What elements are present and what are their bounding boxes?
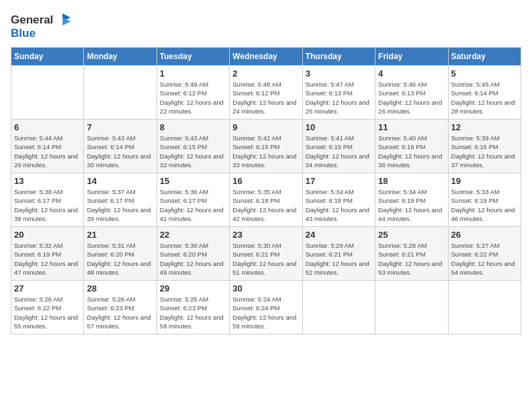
day-number: 27 bbox=[14, 283, 81, 293]
day-number: 23 bbox=[232, 230, 299, 240]
calendar-cell: 2Sunrise: 5:48 AMSunset: 6:12 PMDaylight… bbox=[230, 66, 302, 120]
calendar-cell: 23Sunrise: 5:30 AMSunset: 6:21 PMDayligh… bbox=[230, 227, 302, 281]
day-info: Sunrise: 5:28 AMSunset: 6:21 PMDaylight:… bbox=[378, 241, 445, 277]
day-number: 2 bbox=[232, 68, 299, 79]
day-info: Sunrise: 5:27 AMSunset: 6:22 PMDaylight:… bbox=[451, 241, 518, 277]
day-number: 13 bbox=[14, 176, 81, 186]
page-header: General Blue bbox=[11, 11, 521, 40]
calendar-cell: 8Sunrise: 5:43 AMSunset: 6:15 PMDaylight… bbox=[157, 120, 229, 173]
day-info: Sunrise: 5:34 AMSunset: 6:18 PMDaylight:… bbox=[306, 187, 372, 223]
calendar-cell: 19Sunrise: 5:33 AMSunset: 6:19 PMDayligh… bbox=[448, 173, 521, 227]
calendar-cell: 11Sunrise: 5:40 AMSunset: 6:16 PMDayligh… bbox=[375, 120, 448, 173]
day-info: Sunrise: 5:45 AMSunset: 6:14 PMDaylight:… bbox=[451, 80, 518, 116]
calendar-cell: 7Sunrise: 5:43 AMSunset: 6:14 PMDaylight… bbox=[84, 120, 157, 173]
day-number: 24 bbox=[306, 230, 372, 240]
day-info: Sunrise: 5:43 AMSunset: 6:14 PMDaylight:… bbox=[87, 134, 153, 169]
day-info: Sunrise: 5:26 AMSunset: 6:23 PMDaylight:… bbox=[87, 295, 153, 330]
day-number: 30 bbox=[232, 283, 299, 293]
day-info: Sunrise: 5:30 AMSunset: 6:21 PMDaylight:… bbox=[232, 241, 299, 277]
day-info: Sunrise: 5:31 AMSunset: 6:20 PMDaylight:… bbox=[87, 241, 153, 277]
logo-flag-icon bbox=[53, 11, 72, 30]
calendar-cell: 21Sunrise: 5:31 AMSunset: 6:20 PMDayligh… bbox=[84, 227, 157, 281]
logo-general-text: General bbox=[11, 13, 53, 27]
day-info: Sunrise: 5:46 AMSunset: 6:13 PMDaylight:… bbox=[378, 80, 445, 116]
calendar-cell: 18Sunrise: 5:34 AMSunset: 6:19 PMDayligh… bbox=[375, 173, 448, 227]
calendar-cell: 29Sunrise: 5:25 AMSunset: 6:23 PMDayligh… bbox=[157, 281, 229, 334]
day-info: Sunrise: 5:32 AMSunset: 6:19 PMDaylight:… bbox=[14, 241, 81, 277]
calendar-cell: 24Sunrise: 5:29 AMSunset: 6:21 PMDayligh… bbox=[302, 227, 375, 281]
day-info: Sunrise: 5:30 AMSunset: 6:20 PMDaylight:… bbox=[160, 241, 226, 277]
day-info: Sunrise: 5:33 AMSunset: 6:19 PMDaylight:… bbox=[451, 187, 518, 223]
calendar-cell: 5Sunrise: 5:45 AMSunset: 6:14 PMDaylight… bbox=[448, 66, 521, 120]
day-number: 21 bbox=[87, 230, 153, 240]
calendar-cell: 30Sunrise: 5:24 AMSunset: 6:24 PMDayligh… bbox=[230, 281, 302, 334]
day-number: 4 bbox=[378, 68, 445, 79]
calendar-cell: 13Sunrise: 5:38 AMSunset: 6:17 PMDayligh… bbox=[11, 173, 84, 227]
weekday-header: Thursday bbox=[302, 48, 375, 66]
calendar-cell: 10Sunrise: 5:41 AMSunset: 6:15 PMDayligh… bbox=[302, 120, 375, 173]
calendar-cell: 17Sunrise: 5:34 AMSunset: 6:18 PMDayligh… bbox=[302, 173, 375, 227]
day-info: Sunrise: 5:49 AMSunset: 6:12 PMDaylight:… bbox=[160, 80, 226, 116]
day-number: 7 bbox=[87, 122, 153, 132]
day-info: Sunrise: 5:44 AMSunset: 6:14 PMDaylight:… bbox=[14, 134, 81, 169]
day-info: Sunrise: 5:48 AMSunset: 6:12 PMDaylight:… bbox=[232, 80, 299, 116]
calendar-cell: 12Sunrise: 5:39 AMSunset: 6:16 PMDayligh… bbox=[448, 120, 521, 173]
day-number: 10 bbox=[306, 122, 372, 132]
calendar-cell bbox=[448, 281, 521, 334]
day-number: 3 bbox=[306, 68, 372, 79]
day-number: 5 bbox=[451, 68, 518, 79]
day-info: Sunrise: 5:38 AMSunset: 6:17 PMDaylight:… bbox=[14, 187, 81, 223]
day-number: 18 bbox=[378, 176, 445, 186]
day-number: 26 bbox=[451, 230, 518, 240]
weekday-header: Saturday bbox=[448, 48, 521, 66]
day-info: Sunrise: 5:29 AMSunset: 6:21 PMDaylight:… bbox=[306, 241, 372, 277]
day-number: 17 bbox=[306, 176, 372, 186]
calendar-week-row: 1Sunrise: 5:49 AMSunset: 6:12 PMDaylight… bbox=[11, 66, 521, 120]
day-info: Sunrise: 5:41 AMSunset: 6:15 PMDaylight:… bbox=[306, 134, 372, 169]
day-info: Sunrise: 5:37 AMSunset: 6:17 PMDaylight:… bbox=[87, 187, 153, 223]
day-number: 19 bbox=[451, 176, 518, 186]
day-number: 15 bbox=[160, 176, 226, 186]
calendar-cell: 14Sunrise: 5:37 AMSunset: 6:17 PMDayligh… bbox=[84, 173, 157, 227]
day-number: 8 bbox=[160, 122, 226, 132]
day-number: 12 bbox=[451, 122, 518, 132]
calendar-cell: 16Sunrise: 5:35 AMSunset: 6:18 PMDayligh… bbox=[230, 173, 302, 227]
day-number: 22 bbox=[160, 230, 226, 240]
calendar-cell bbox=[11, 66, 84, 120]
calendar-cell: 4Sunrise: 5:46 AMSunset: 6:13 PMDaylight… bbox=[375, 66, 448, 120]
calendar-cell bbox=[302, 281, 375, 334]
day-number: 11 bbox=[378, 122, 445, 132]
calendar-cell: 9Sunrise: 5:42 AMSunset: 6:15 PMDaylight… bbox=[230, 120, 302, 173]
weekday-header: Monday bbox=[84, 48, 157, 66]
calendar-cell: 27Sunrise: 5:26 AMSunset: 6:22 PMDayligh… bbox=[11, 281, 84, 334]
weekday-header: Tuesday bbox=[157, 48, 229, 66]
day-number: 1 bbox=[160, 68, 226, 79]
day-number: 28 bbox=[87, 283, 153, 293]
calendar-cell bbox=[375, 281, 448, 334]
calendar-cell: 15Sunrise: 5:36 AMSunset: 6:17 PMDayligh… bbox=[157, 173, 229, 227]
day-number: 9 bbox=[232, 122, 299, 132]
calendar-cell: 22Sunrise: 5:30 AMSunset: 6:20 PMDayligh… bbox=[157, 227, 229, 281]
calendar-cell: 20Sunrise: 5:32 AMSunset: 6:19 PMDayligh… bbox=[11, 227, 84, 281]
day-info: Sunrise: 5:24 AMSunset: 6:24 PMDaylight:… bbox=[232, 295, 299, 330]
calendar-week-row: 27Sunrise: 5:26 AMSunset: 6:22 PMDayligh… bbox=[11, 281, 521, 334]
day-info: Sunrise: 5:26 AMSunset: 6:22 PMDaylight:… bbox=[14, 295, 81, 330]
day-info: Sunrise: 5:35 AMSunset: 6:18 PMDaylight:… bbox=[232, 187, 299, 223]
calendar-table: SundayMondayTuesdayWednesdayThursdayFrid… bbox=[11, 47, 521, 334]
weekday-header: Friday bbox=[375, 48, 448, 66]
day-info: Sunrise: 5:43 AMSunset: 6:15 PMDaylight:… bbox=[160, 134, 226, 169]
calendar-cell: 3Sunrise: 5:47 AMSunset: 6:13 PMDaylight… bbox=[302, 66, 375, 120]
logo: General Blue bbox=[11, 11, 72, 40]
day-info: Sunrise: 5:25 AMSunset: 6:23 PMDaylight:… bbox=[160, 295, 226, 330]
calendar-cell bbox=[84, 66, 157, 120]
calendar-cell: 28Sunrise: 5:26 AMSunset: 6:23 PMDayligh… bbox=[84, 281, 157, 334]
day-info: Sunrise: 5:42 AMSunset: 6:15 PMDaylight:… bbox=[232, 134, 299, 169]
weekday-header: Wednesday bbox=[230, 48, 302, 66]
calendar-week-row: 6Sunrise: 5:44 AMSunset: 6:14 PMDaylight… bbox=[11, 120, 521, 173]
logo-blue-text: Blue bbox=[11, 27, 36, 40]
calendar-cell: 1Sunrise: 5:49 AMSunset: 6:12 PMDaylight… bbox=[157, 66, 229, 120]
day-info: Sunrise: 5:47 AMSunset: 6:13 PMDaylight:… bbox=[306, 80, 372, 116]
day-number: 16 bbox=[232, 176, 299, 186]
day-number: 20 bbox=[14, 230, 81, 240]
weekday-header: Sunday bbox=[11, 48, 84, 66]
